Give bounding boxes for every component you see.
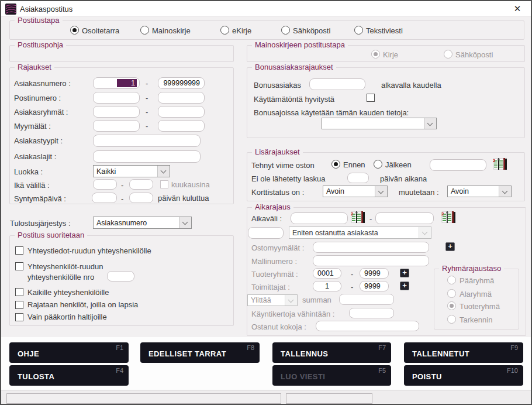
radio-label-alaryhma: Alaryhmä <box>460 290 492 298</box>
radio-label-osoitetarra: Osoitetarra <box>82 26 119 35</box>
radio-jalkeen[interactable] <box>374 160 382 169</box>
tulostusjarjestys-value: Asiakasnumero <box>94 217 179 228</box>
laskua-paivat-field[interactable] <box>347 173 369 183</box>
radio-ennen[interactable] <box>331 160 340 169</box>
asiakaslajit-field[interactable] <box>93 150 201 163</box>
label-bonusajoissa: Bonusajoissa käytetään tämän kauden tiet… <box>254 108 409 117</box>
group-title: Lisärajaukset <box>252 147 303 156</box>
label-ostomyymalat: Ostomyymälät : <box>251 243 304 252</box>
ostomyymalat-field[interactable] <box>313 242 429 253</box>
tuoteryhmat-to-field[interactable] <box>360 268 389 279</box>
muutetaan-select[interactable]: Avoin <box>447 186 512 197</box>
radio-tarkennin <box>447 315 456 324</box>
radio-tekstiviesti[interactable] <box>354 26 363 35</box>
radio-paaryhma <box>447 276 456 284</box>
fkey-label: F4 <box>116 367 123 374</box>
myymalat-to-field[interactable] <box>158 120 205 132</box>
mallinumero-field[interactable] <box>313 255 429 266</box>
tuoteryhmat-from-field[interactable] <box>313 268 341 279</box>
korttistatus-select[interactable]: Avoin <box>323 186 388 197</box>
summan-field[interactable] <box>339 294 394 305</box>
calendar-icon[interactable]: 2 <box>351 211 366 224</box>
label-asiakasnumero: Asiakasnumero : <box>14 79 71 88</box>
ohje-button[interactable]: OHJE F1 <box>9 342 129 363</box>
fkey-label: F9 <box>510 344 518 351</box>
syntymapaiva-from-field[interactable] <box>92 193 117 203</box>
fkey-label: F8 <box>247 344 254 351</box>
close-icon[interactable]: ✕ <box>507 1 527 16</box>
label-tehnyt-viime-oston: Tehnyt viime oston <box>251 161 315 170</box>
poistu-button[interactable]: POISTU F10 <box>404 365 523 386</box>
ostanut-kokoja-field[interactable] <box>316 321 419 331</box>
calendar-icon[interactable]: 2 <box>441 211 457 224</box>
tulostusjarjestys-select[interactable]: Asiakasnumero <box>93 217 192 229</box>
app-window: Asiakaspostitus ✕ Postitustapa Osoitetar… <box>0 0 532 405</box>
yhteyshenkilo-nro-field[interactable] <box>107 271 134 282</box>
group-title: Ryhmärajaustaso <box>439 264 504 273</box>
ylittaa-value: Ylittää <box>248 295 285 306</box>
label-muutetaan: muutetaan : <box>399 188 439 197</box>
asiakasryhmat-from-field[interactable] <box>93 106 140 118</box>
asiakasnumero-to-field[interactable] <box>158 77 205 89</box>
calendar-icon[interactable]: 2 <box>493 157 508 171</box>
add-ostomyymalat-button[interactable]: + <box>445 242 455 251</box>
kayttamatonta-checkbox[interactable] <box>367 94 375 102</box>
label-toimittajat: Toimittajat : <box>251 283 290 291</box>
aikavali-from-field[interactable] <box>291 212 348 224</box>
korttistatus-value: Avoin <box>323 186 375 197</box>
syntymapaiva-to-field[interactable] <box>129 193 153 203</box>
fkey-label: F10 <box>507 367 518 374</box>
toimittajat-from-field[interactable] <box>313 281 341 291</box>
tulosta-button[interactable]: TULOSTA F4 <box>9 365 129 386</box>
myymalat-from-field[interactable] <box>93 120 140 132</box>
ika-from-field[interactable] <box>93 179 117 190</box>
kaikille-checkbox[interactable] <box>15 288 23 296</box>
range-dash: - <box>146 122 148 131</box>
asiakastyypit-field[interactable] <box>93 135 201 147</box>
label-ostanut-kokoja: Ostanut kokoja : <box>251 322 306 331</box>
radio-label-tarkennin: Tarkennin <box>460 315 492 324</box>
luokka-select[interactable]: Kaikki <box>93 165 170 177</box>
label-syntymapaiva: Syntymäpäivä : <box>14 194 66 203</box>
add-tuoteryhmat-button[interactable]: + <box>400 269 409 277</box>
label-asiakasryhmat: Asiakasryhmät : <box>14 108 68 116</box>
kauden-tiedot-select[interactable] <box>322 118 437 129</box>
asiakasryhmat-to-field[interactable] <box>158 106 205 118</box>
add-toimittajat-button[interactable]: + <box>400 282 409 290</box>
label-korttistatus: Korttistatus on : <box>251 188 304 197</box>
app-logo-icon <box>5 4 16 15</box>
fkey-label: F7 <box>378 344 386 351</box>
tallennus-button[interactable]: TALLENNUS F7 <box>272 342 391 363</box>
postinumero-to-field[interactable] <box>158 92 205 104</box>
viime-osto-date-field[interactable] <box>430 159 486 171</box>
status-panel-2 <box>286 393 372 404</box>
lapsia-checkbox[interactable] <box>15 301 23 309</box>
radio-mainoskirje[interactable] <box>140 26 149 35</box>
label-tuoteryhmat: Tuoteryhmät : <box>251 270 298 279</box>
toimittajat-to-field[interactable] <box>360 281 389 291</box>
maara-field[interactable] <box>248 227 284 239</box>
yhteystiedot-checkbox[interactable] <box>15 246 23 255</box>
radio-osoitetarra[interactable] <box>70 26 79 35</box>
button-label: POISTU <box>412 372 442 381</box>
selected-text: 1 <box>117 79 137 87</box>
label-tulostusjarjestys: Tulostusjärjestys : <box>10 219 71 228</box>
radio-sahkoposti[interactable] <box>281 26 290 35</box>
label-yhteyshenkilot-1: Yhteyshenkilöt-ruudun <box>27 262 103 271</box>
paakortti-checkbox[interactable] <box>15 313 23 321</box>
asiakasnumero-from-field[interactable]: 1 <box>93 77 140 89</box>
chevron-down-icon <box>499 186 511 197</box>
postinumero-from-field[interactable] <box>93 92 140 104</box>
bonusasiakas-field[interactable] <box>309 78 365 90</box>
yhteyshenkilot-checkbox[interactable] <box>15 262 23 270</box>
status-panel-1 <box>6 393 281 404</box>
chevron-down-icon <box>419 227 431 238</box>
range-dash: - <box>351 283 353 291</box>
aikavali-to-field[interactable] <box>375 212 434 224</box>
eniten-ostanutta-select: Eniten ostanutta asiakasta <box>289 226 431 239</box>
kayntikertoja-field[interactable] <box>349 308 394 318</box>
ika-to-field[interactable] <box>129 179 153 190</box>
radio-ekirje[interactable] <box>220 26 229 35</box>
edelliset-tarrat-button[interactable]: EDELLISET TARRAT F8 <box>140 342 260 363</box>
tallennetut-button[interactable]: TALLENNETUT F9 <box>404 342 523 363</box>
